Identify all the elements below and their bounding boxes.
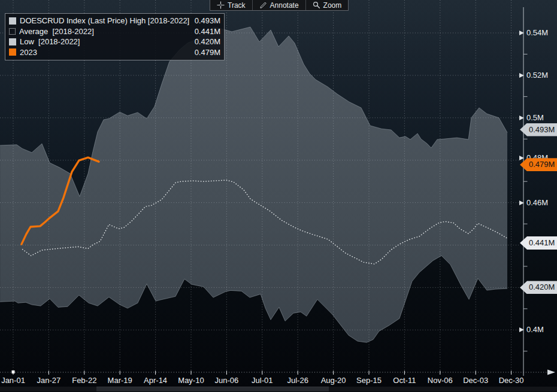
legend-value-average: 0.441M [195, 27, 220, 36]
x-axis-label: Jun-06 [207, 376, 246, 385]
x-axis-label: Aug-20 [314, 376, 353, 385]
annotate-button-label: Annotate [270, 1, 299, 10]
legend: DOESCRUD Index (Last Price) High [2018-2… [5, 13, 225, 60]
gridline-arrow-icon [519, 31, 524, 35]
y-axis-label: 0.46M [526, 199, 548, 207]
average-last-value-badge: 0.441M [520, 236, 557, 250]
y-axis-label: 0.52M [526, 71, 548, 80]
high-series-swatch [9, 17, 16, 25]
average-series-swatch [9, 28, 16, 35]
x-axis-arrow-icon [547, 370, 555, 375]
legend-value-low: 0.420M [195, 37, 220, 46]
zoom-button[interactable]: Zoom [306, 0, 349, 10]
x-axis-label: May-10 [172, 376, 210, 385]
legend-label-2023: 2023 [20, 48, 195, 57]
x-axis-label: Nov-06 [421, 376, 459, 385]
high-last-value-badge: 0.493M [520, 123, 557, 136]
legend-value-high: 0.493M [195, 16, 220, 25]
gridline-arrow-icon [519, 116, 524, 120]
annotate-button[interactable]: Annotate [253, 0, 306, 10]
gridline-arrow-icon [519, 200, 524, 205]
legend-label-low: Low [2018-2022] [20, 37, 195, 46]
y-axis-label: 0.5M [526, 114, 544, 122]
x-axis-label: Jul-01 [243, 376, 281, 385]
y-axis-label: 0.54M [526, 29, 548, 37]
track-button-label: Track [228, 1, 246, 10]
y-axis-label: 0.4M [526, 326, 544, 334]
x-axis-label: Sep-15 [350, 376, 388, 385]
legend-label-high: DOESCRUD Index (Last Price) High [2018-2… [20, 16, 195, 25]
legend-row-high[interactable]: DOESCRUD Index (Last Price) High [2018-2… [5, 16, 224, 26]
track-button[interactable]: Track [210, 0, 253, 10]
crosshair-icon [217, 1, 225, 9]
legend-value-2023: 0.479M [195, 48, 220, 57]
x-axis-start-marker [12, 370, 15, 373]
low-series-swatch [9, 38, 16, 45]
line-2023-last-value-badge: 0.479M [520, 158, 557, 171]
legend-row-low[interactable]: Low [2018-2022] 0.420M [5, 37, 224, 47]
pencil-icon [259, 1, 267, 9]
chart-toolbar: Track Annotate Zoom [210, 0, 349, 11]
gridline-arrow-icon [519, 156, 524, 160]
x-axis-label: Oct-11 [385, 376, 423, 385]
x-axis-label: Feb-22 [65, 376, 104, 385]
magnifier-icon [313, 1, 320, 9]
gridline-arrow-icon [519, 73, 524, 78]
high-low-band [0, 27, 507, 342]
x-axis-label: Jan-01 [0, 376, 32, 385]
x-axis-label: Dec-03 [456, 376, 495, 385]
zoom-button-label: Zoom [323, 1, 342, 10]
gridline-arrow-icon [519, 327, 524, 332]
legend-row-average[interactable]: Average [2018-2022] 0.441M [5, 26, 224, 37]
x-axis-label: Jan-27 [29, 376, 68, 385]
x-axis-label: Mar-19 [101, 376, 139, 385]
horizontal-scrollbar[interactable] [0, 387, 557, 391]
x-axis-label: Jul-26 [278, 376, 317, 385]
low-last-value-badge: 0.420M [520, 281, 557, 294]
scrollbar-thumb[interactable] [96, 387, 329, 391]
x-axis-label: Dec-30 [492, 376, 531, 385]
2023-series-swatch [9, 48, 16, 56]
x-axis-label: Apr-14 [137, 376, 175, 385]
legend-row-2023[interactable]: 2023 0.479M [5, 47, 224, 58]
legend-label-average: Average [2018-2022] [19, 27, 195, 36]
